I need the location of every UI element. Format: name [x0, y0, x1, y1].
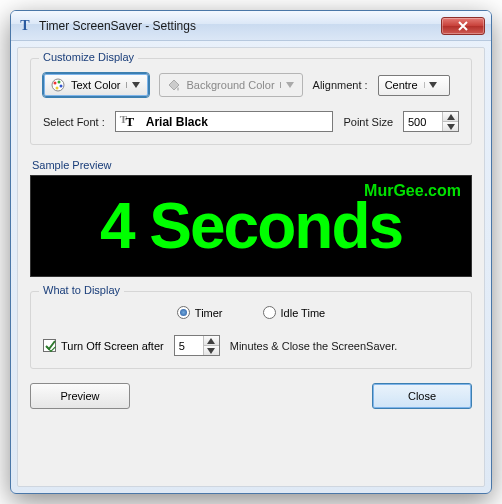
svg-point-0	[52, 79, 64, 91]
radio-icon	[177, 306, 190, 319]
alignment-combo[interactable]: Centre	[378, 75, 450, 96]
checkbox-icon	[43, 339, 56, 352]
sample-preview: MurGee.com 4 Seconds	[30, 175, 472, 277]
alignment-label: Alignment :	[313, 79, 368, 91]
background-color-button: Background Color	[159, 73, 303, 97]
svg-point-3	[60, 85, 63, 88]
client-area: Customize Display Text Color Background	[17, 47, 485, 487]
point-size-spinner[interactable]: 500	[403, 111, 459, 132]
app-icon: T	[17, 18, 33, 34]
palette-icon	[50, 77, 66, 93]
bucket-icon	[166, 77, 182, 93]
group-what-legend: What to Display	[39, 284, 124, 296]
turn-off-suffix: Minutes & Close the ScreenSaver.	[230, 340, 398, 352]
group-customize-legend: Customize Display	[39, 51, 138, 63]
bg-color-dropdown-arrow	[280, 82, 294, 88]
close-button-label: Close	[408, 390, 436, 402]
radio-timer[interactable]: Timer	[177, 306, 223, 319]
svg-marker-10	[447, 124, 455, 130]
font-icon: T	[122, 114, 138, 130]
svg-marker-6	[286, 82, 294, 88]
svg-marker-7	[429, 82, 437, 88]
window-title: Timer ScreenSaver - Settings	[39, 19, 435, 33]
svg-point-1	[54, 82, 57, 85]
font-name: Arial Black	[146, 115, 321, 129]
preview-watermark: MurGee.com	[364, 182, 461, 200]
alignment-value: Centre	[385, 79, 418, 91]
turn-off-checkbox[interactable]: Turn Off Screen after	[43, 339, 164, 352]
titlebar: T Timer ScreenSaver - Settings	[11, 11, 491, 41]
window-close-button[interactable]	[441, 17, 485, 35]
svg-point-4	[56, 87, 59, 90]
minutes-up[interactable]	[204, 336, 219, 346]
sample-preview-section: Sample Preview MurGee.com 4 Seconds	[30, 153, 472, 277]
sample-preview-label: Sample Preview	[32, 159, 472, 171]
svg-marker-12	[207, 348, 215, 354]
radio-icon	[263, 306, 276, 319]
background-color-label: Background Color	[187, 79, 275, 91]
close-icon	[458, 21, 468, 31]
preview-text: 4 Seconds	[100, 189, 402, 263]
svg-marker-5	[132, 82, 140, 88]
svg-marker-11	[207, 338, 215, 344]
point-size-down[interactable]	[443, 122, 458, 131]
point-size-value: 500	[404, 116, 442, 128]
font-combo[interactable]: T Arial Black	[115, 111, 334, 132]
radio-timer-label: Timer	[195, 307, 223, 319]
point-size-label: Point Size	[343, 116, 393, 128]
text-color-dropdown-arrow[interactable]	[126, 82, 140, 88]
close-button[interactable]: Close	[372, 383, 472, 409]
radio-idle-time[interactable]: Idle Time	[263, 306, 326, 319]
svg-point-2	[58, 81, 61, 84]
turn-off-value: 5	[175, 340, 203, 352]
footer: Preview Close	[30, 383, 472, 409]
text-color-button[interactable]: Text Color	[43, 73, 149, 97]
text-color-label: Text Color	[71, 79, 121, 91]
turn-off-label: Turn Off Screen after	[61, 340, 164, 352]
select-font-label: Select Font :	[43, 116, 105, 128]
settings-window: T Timer ScreenSaver - Settings Customize…	[10, 10, 492, 494]
svg-marker-9	[447, 114, 455, 120]
turn-off-minutes-spinner[interactable]: 5	[174, 335, 220, 356]
minutes-down[interactable]	[204, 346, 219, 355]
group-what-to-display: What to Display Timer Idle Time Turn Off…	[30, 291, 472, 369]
radio-idle-label: Idle Time	[281, 307, 326, 319]
preview-button-label: Preview	[60, 390, 99, 402]
chevron-down-icon	[424, 82, 441, 88]
preview-button[interactable]: Preview	[30, 383, 130, 409]
group-customize-display: Customize Display Text Color Background	[30, 58, 472, 145]
point-size-up[interactable]	[443, 112, 458, 122]
